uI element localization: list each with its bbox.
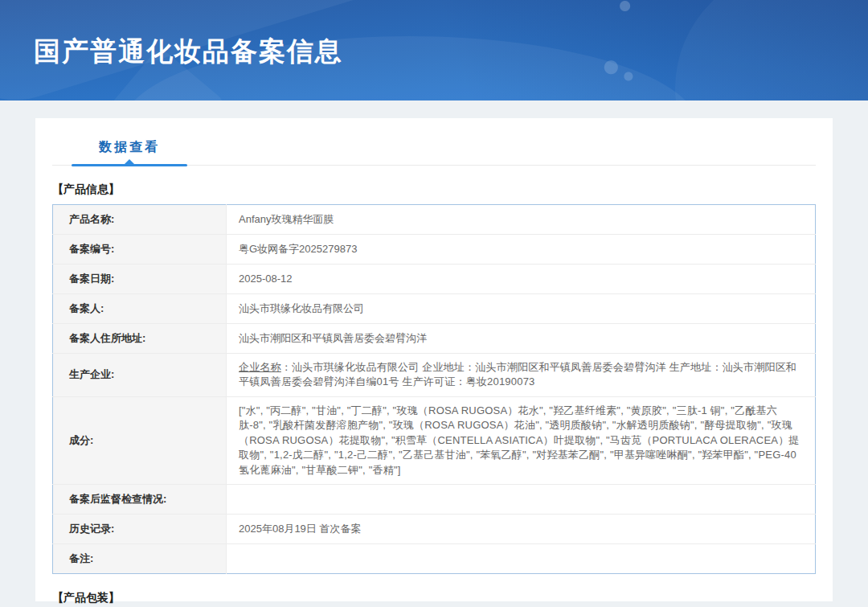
row-value: 汕头市琪缘化妆品有限公司	[227, 294, 816, 324]
table-row-registrant: 备案人: 汕头市琪缘化妆品有限公司	[53, 294, 816, 324]
row-label: 备案后监督检查情况:	[53, 485, 227, 515]
table-row-registration-number: 备案编号: 粤G妆网备字2025279873	[53, 235, 816, 265]
row-value: 企业名称：汕头市琪缘化妆品有限公司 企业地址：汕头市潮阳区和平镇凤善居委会碧臂沟…	[227, 354, 816, 397]
row-value: ["水", "丙二醇", "甘油", "丁二醇", "玫瑰（ROSA RUGOS…	[227, 396, 816, 484]
table-row-remarks: 备注:	[53, 544, 816, 574]
row-label: 备案编号:	[53, 235, 227, 265]
tab-bar: 数据查看	[52, 129, 816, 166]
row-label: 备案人住所地址:	[53, 324, 227, 354]
banner-decor-circle	[675, 0, 868, 100]
row-value: 2025-08-12	[227, 265, 816, 294]
row-value: Anfany玫瑰精华面膜	[227, 205, 816, 235]
row-value: 粤G妆网备字2025279873	[227, 235, 816, 265]
tab-data-view-label: 数据查看	[99, 140, 160, 154]
row-label: 备案人:	[53, 294, 227, 324]
row-label: 备注:	[53, 544, 227, 574]
table-row-registrant-address: 备案人住所地址: 汕头市潮阳区和平镇凤善居委会碧臂沟洋	[53, 324, 816, 354]
table-row-history: 历史记录: 2025年08月19日 首次备案	[53, 515, 816, 544]
table-row-ingredients: 成分: ["水", "丙二醇", "甘油", "丁二醇", "玫瑰（ROSA R…	[53, 396, 816, 484]
manufacturer-rest-text: ：汕头市琪缘化妆品有限公司 企业地址：汕头市潮阳区和平镇凤善居委会碧臂沟洋 生产…	[239, 361, 796, 388]
row-label: 生产企业:	[53, 354, 227, 397]
row-label: 历史记录:	[53, 515, 227, 544]
table-row-registration-date: 备案日期: 2025-08-12	[53, 265, 816, 294]
tab-active-caret-icon	[125, 159, 134, 164]
row-value: 汕头市潮阳区和平镇凤善居委会碧臂沟洋	[227, 324, 816, 354]
content-card: 数据查看 【产品信息】 产品名称: Anfany玫瑰精华面膜 备案编号: 粤G妆…	[35, 118, 833, 601]
packaging-section-title: 【产品包装】	[52, 591, 816, 605]
page-banner: 国产普通化妆品备案信息	[0, 0, 868, 100]
row-value	[227, 485, 816, 515]
tab-active-underline	[72, 164, 187, 166]
row-value	[227, 544, 816, 574]
product-info-section-title: 【产品信息】	[52, 183, 816, 197]
product-info-table: 产品名称: Anfany玫瑰精华面膜 备案编号: 粤G妆网备字202527987…	[52, 204, 816, 574]
table-row-manufacturer: 生产企业: 企业名称：汕头市琪缘化妆品有限公司 企业地址：汕头市潮阳区和平镇凤善…	[53, 354, 816, 397]
table-row-product-name: 产品名称: Anfany玫瑰精华面膜	[53, 205, 816, 235]
manufacturer-name-underlined: 企业名称	[239, 361, 281, 373]
row-label: 成分:	[53, 396, 227, 484]
row-value: 2025年08月19日 首次备案	[227, 515, 816, 544]
table-row-supervision-check: 备案后监督检查情况:	[53, 485, 816, 515]
page-title: 国产普通化妆品备案信息	[34, 34, 343, 70]
row-label: 备案日期:	[53, 265, 227, 294]
row-label: 产品名称:	[53, 205, 227, 235]
tab-data-view[interactable]: 数据查看	[81, 129, 178, 165]
